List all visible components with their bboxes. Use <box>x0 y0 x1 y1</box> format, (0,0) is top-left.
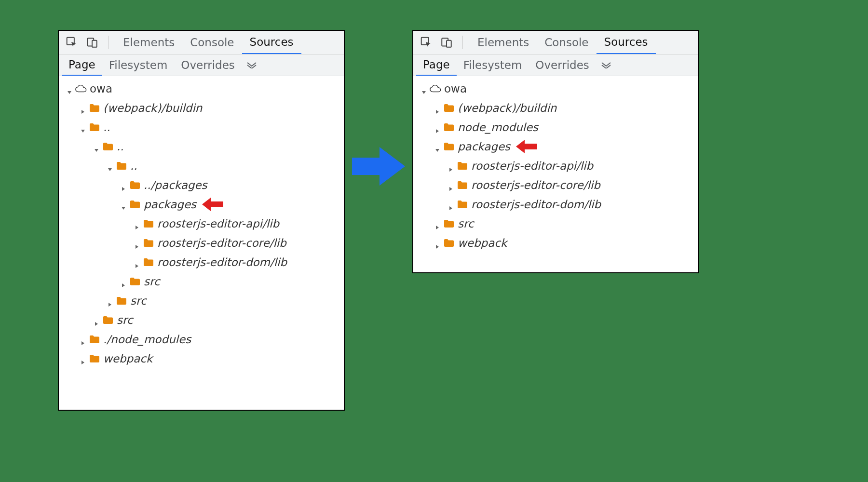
subtab-more-icon[interactable] <box>242 54 262 76</box>
chevron-down-icon[interactable] <box>67 85 73 92</box>
svg-rect-2 <box>92 40 97 47</box>
chevron-down-icon[interactable] <box>107 162 114 169</box>
chevron-right-icon[interactable] <box>448 201 455 208</box>
tree-node-label: .. <box>117 140 124 153</box>
tab-sources[interactable]: Sources <box>597 31 656 54</box>
tree-node[interactable]: roosterjs-editor-api/lib <box>63 214 340 233</box>
folder-icon <box>129 179 141 191</box>
device-toolbar-icon[interactable] <box>437 33 456 52</box>
subtab-page[interactable]: Page <box>62 54 102 76</box>
tab-console[interactable]: Console <box>537 31 596 54</box>
chevron-down-icon[interactable] <box>434 143 441 150</box>
tree-node[interactable]: roosterjs-editor-dom/lib <box>63 253 340 272</box>
tree-node[interactable]: webpack <box>63 349 340 368</box>
folder-icon <box>443 121 455 133</box>
device-toolbar-icon[interactable] <box>83 33 101 52</box>
tree-node[interactable]: owa <box>417 79 694 98</box>
chevron-down-icon[interactable] <box>80 124 87 131</box>
subtab-overrides-label: Overrides <box>535 59 589 71</box>
chevron-right-icon[interactable] <box>434 240 441 246</box>
tree-node[interactable]: roosterjs-editor-core/lib <box>63 233 340 253</box>
chevron-down-icon[interactable] <box>94 143 100 150</box>
tree-node-label: (webpack)/buildin <box>103 102 202 114</box>
subtab-filesystem[interactable]: Filesystem <box>457 54 529 76</box>
tree-node[interactable]: src <box>417 214 694 233</box>
cloud-icon <box>75 83 87 94</box>
tree-node[interactable]: src <box>63 272 340 291</box>
folder-icon <box>129 276 141 287</box>
chevron-right-icon[interactable] <box>448 162 455 169</box>
folder-icon <box>457 199 468 210</box>
subtab-filesystem[interactable]: Filesystem <box>102 54 175 76</box>
svg-marker-11 <box>136 226 138 229</box>
tree-node-label: src <box>117 314 133 326</box>
chevron-right-icon[interactable] <box>434 124 441 131</box>
folder-icon <box>143 218 154 229</box>
tab-elements[interactable]: Elements <box>470 31 537 54</box>
tree-node[interactable]: ../packages <box>63 175 340 195</box>
subtab-more-icon[interactable] <box>596 54 616 76</box>
tree-node[interactable]: (webpack)/buildin <box>417 98 694 118</box>
chevron-right-icon[interactable] <box>80 105 87 111</box>
tree-node[interactable]: webpack <box>417 233 694 253</box>
tree-node[interactable]: roosterjs-editor-core/lib <box>417 175 694 195</box>
chevron-right-icon[interactable] <box>94 317 100 323</box>
svg-marker-15 <box>108 303 111 307</box>
folder-icon <box>457 179 468 191</box>
tab-console[interactable]: Console <box>182 31 242 54</box>
chevron-down-icon[interactable] <box>121 201 127 208</box>
tree-node[interactable]: node_modules <box>417 118 694 137</box>
tree-node-label: roosterjs-editor-core/lib <box>471 179 600 191</box>
tree-node-label: src <box>458 217 474 230</box>
tab-elements[interactable]: Elements <box>115 31 182 54</box>
tree-node[interactable]: roosterjs-editor-api/lib <box>417 156 694 175</box>
chevron-right-icon[interactable] <box>121 182 127 188</box>
tab-sources[interactable]: Sources <box>242 31 301 54</box>
svg-marker-10 <box>202 198 223 211</box>
svg-marker-17 <box>81 341 84 345</box>
tree-node[interactable]: src <box>63 291 340 310</box>
chevron-right-icon[interactable] <box>134 220 141 227</box>
svg-marker-24 <box>436 129 439 133</box>
folder-icon <box>443 237 455 249</box>
tree-node[interactable]: .. <box>63 118 340 137</box>
chevron-right-icon[interactable] <box>434 220 441 227</box>
tree-node[interactable]: ./node_modules <box>63 330 340 349</box>
folder-icon <box>457 160 468 172</box>
svg-marker-3 <box>68 91 71 94</box>
tab-sources-label: Sources <box>250 36 294 48</box>
chevron-right-icon[interactable] <box>434 105 441 111</box>
tree-node[interactable]: .. <box>63 137 340 156</box>
chevron-right-icon[interactable] <box>134 259 141 266</box>
tree-node-label: node_modules <box>458 121 538 134</box>
tab-elements-label: Elements <box>477 36 529 49</box>
chevron-right-icon[interactable] <box>134 240 141 246</box>
svg-marker-31 <box>436 245 439 249</box>
tree-node-label: .. <box>103 121 110 134</box>
chevron-down-icon[interactable] <box>421 85 428 92</box>
tree-node-label: src <box>130 295 147 307</box>
tree-node[interactable]: owa <box>63 79 340 98</box>
chevron-right-icon[interactable] <box>107 297 114 304</box>
tree-node[interactable]: (webpack)/buildin <box>63 98 340 118</box>
chevron-right-icon[interactable] <box>80 355 87 362</box>
tree-node[interactable]: packages <box>63 195 340 214</box>
tree-node-label: roosterjs-editor-core/lib <box>157 237 286 249</box>
svg-marker-12 <box>136 245 138 249</box>
subtab-overrides[interactable]: Overrides <box>529 54 596 76</box>
tree-node[interactable]: roosterjs-editor-dom/lib <box>417 195 694 214</box>
tree-node-label: ../packages <box>144 179 207 191</box>
chevron-right-icon[interactable] <box>80 336 87 343</box>
tree-node[interactable]: .. <box>63 156 340 175</box>
tree-node[interactable]: src <box>63 310 340 330</box>
inspect-element-icon[interactable] <box>63 33 81 52</box>
inspect-element-icon[interactable] <box>417 33 435 52</box>
tree-node[interactable]: packages <box>417 137 694 156</box>
folder-icon <box>129 199 141 210</box>
tab-console-label: Console <box>190 36 234 49</box>
chevron-right-icon[interactable] <box>448 182 455 188</box>
devtools-toolbar: Elements Console Sources <box>413 31 698 54</box>
subtab-overrides[interactable]: Overrides <box>174 54 242 76</box>
subtab-page[interactable]: Page <box>416 54 457 76</box>
chevron-right-icon[interactable] <box>121 278 127 285</box>
